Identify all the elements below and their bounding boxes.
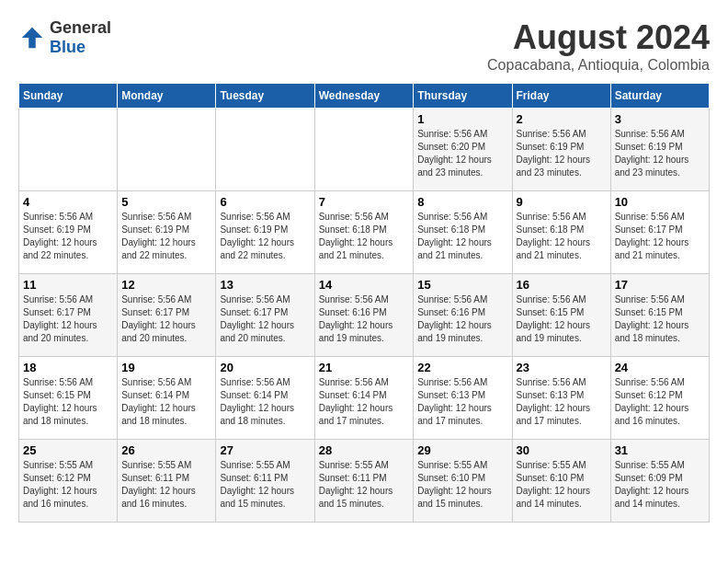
calendar-cell: 12Sunrise: 5:56 AM Sunset: 6:17 PM Dayli… [118,274,216,357]
day-info: Sunrise: 5:56 AM Sunset: 6:17 PM Dayligh… [220,293,310,345]
calendar-cell: 15Sunrise: 5:56 AM Sunset: 6:16 PM Dayli… [414,274,512,357]
day-header-tuesday: Tuesday [216,84,314,109]
calendar-cell: 16Sunrise: 5:56 AM Sunset: 6:15 PM Dayli… [512,274,610,357]
day-info: Sunrise: 5:56 AM Sunset: 6:17 PM Dayligh… [23,293,113,345]
logo-blue: Blue [50,38,85,56]
day-info: Sunrise: 5:55 AM Sunset: 6:11 PM Dayligh… [319,459,410,511]
day-number: 12 [121,278,211,292]
logo-icon [18,24,46,52]
day-number: 15 [417,278,507,292]
calendar-cell: 31Sunrise: 5:55 AM Sunset: 6:09 PM Dayli… [610,440,709,523]
day-info: Sunrise: 5:56 AM Sunset: 6:19 PM Dayligh… [615,128,705,179]
day-number: 9 [517,195,607,209]
calendar-cell [216,109,314,191]
calendar-cell [19,109,118,191]
calendar-body: 1Sunrise: 5:56 AM Sunset: 6:20 PM Daylig… [19,109,710,523]
day-info: Sunrise: 5:55 AM Sunset: 6:10 PM Dayligh… [517,459,607,511]
calendar-cell: 17Sunrise: 5:56 AM Sunset: 6:15 PM Dayli… [610,274,709,357]
calendar-cell: 25Sunrise: 5:55 AM Sunset: 6:12 PM Dayli… [19,440,118,523]
day-info: Sunrise: 5:56 AM Sunset: 6:17 PM Dayligh… [615,211,705,262]
day-info: Sunrise: 5:56 AM Sunset: 6:19 PM Dayligh… [220,211,310,262]
calendar-cell: 3Sunrise: 5:56 AM Sunset: 6:19 PM Daylig… [610,109,709,191]
day-number: 7 [319,195,410,209]
main-title: August 2024 [487,18,710,57]
day-number: 23 [517,361,607,374]
day-info: Sunrise: 5:55 AM Sunset: 6:09 PM Dayligh… [615,459,705,511]
week-row: 11Sunrise: 5:56 AM Sunset: 6:17 PM Dayli… [19,274,710,357]
day-number: 11 [23,278,113,292]
calendar-cell: 13Sunrise: 5:56 AM Sunset: 6:17 PM Dayli… [216,274,314,357]
day-number: 19 [121,361,211,374]
day-number: 5 [121,195,211,209]
day-info: Sunrise: 5:56 AM Sunset: 6:19 PM Dayligh… [121,211,211,262]
day-number: 17 [615,278,705,292]
calendar-cell: 11Sunrise: 5:56 AM Sunset: 6:17 PM Dayli… [19,274,118,357]
day-number: 6 [220,195,310,209]
day-number: 18 [23,361,113,374]
day-info: Sunrise: 5:55 AM Sunset: 6:12 PM Dayligh… [23,459,113,511]
day-info: Sunrise: 5:56 AM Sunset: 6:18 PM Dayligh… [417,211,507,262]
logo-general: General [50,18,111,37]
day-info: Sunrise: 5:56 AM Sunset: 6:13 PM Dayligh… [417,376,507,428]
day-info: Sunrise: 5:55 AM Sunset: 6:10 PM Dayligh… [417,459,507,511]
calendar-cell: 18Sunrise: 5:56 AM Sunset: 6:15 PM Dayli… [19,357,118,440]
day-number: 30 [517,443,607,457]
day-info: Sunrise: 5:56 AM Sunset: 6:16 PM Dayligh… [417,293,507,345]
day-info: Sunrise: 5:56 AM Sunset: 6:13 PM Dayligh… [517,376,607,428]
day-info: Sunrise: 5:56 AM Sunset: 6:19 PM Dayligh… [23,211,113,262]
week-row: 18Sunrise: 5:56 AM Sunset: 6:15 PM Dayli… [19,357,710,440]
day-header-monday: Monday [118,84,216,109]
week-row: 25Sunrise: 5:55 AM Sunset: 6:12 PM Dayli… [19,440,710,523]
calendar-cell [118,109,216,191]
day-info: Sunrise: 5:56 AM Sunset: 6:14 PM Dayligh… [319,376,410,428]
calendar-cell: 9Sunrise: 5:56 AM Sunset: 6:18 PM Daylig… [512,191,610,274]
day-number: 4 [23,195,113,209]
calendar-table: SundayMondayTuesdayWednesdayThursdayFrid… [18,83,710,523]
day-header-thursday: Thursday [414,84,512,109]
day-header-saturday: Saturday [610,84,709,109]
calendar-cell: 22Sunrise: 5:56 AM Sunset: 6:13 PM Dayli… [414,357,512,440]
week-row: 1Sunrise: 5:56 AM Sunset: 6:20 PM Daylig… [19,109,710,191]
calendar-cell: 29Sunrise: 5:55 AM Sunset: 6:10 PM Dayli… [414,440,512,523]
calendar-cell: 7Sunrise: 5:56 AM Sunset: 6:18 PM Daylig… [314,191,414,274]
calendar-cell: 8Sunrise: 5:56 AM Sunset: 6:18 PM Daylig… [414,191,512,274]
calendar-cell: 19Sunrise: 5:56 AM Sunset: 6:14 PM Dayli… [118,357,216,440]
day-info: Sunrise: 5:55 AM Sunset: 6:11 PM Dayligh… [220,459,310,511]
day-info: Sunrise: 5:56 AM Sunset: 6:18 PM Dayligh… [517,211,607,262]
day-number: 24 [615,361,705,374]
day-number: 20 [220,361,310,374]
day-header-friday: Friday [512,84,610,109]
calendar-cell: 21Sunrise: 5:56 AM Sunset: 6:14 PM Dayli… [314,357,414,440]
calendar-cell: 14Sunrise: 5:56 AM Sunset: 6:16 PM Dayli… [314,274,414,357]
calendar-cell: 1Sunrise: 5:56 AM Sunset: 6:20 PM Daylig… [414,109,512,191]
calendar-cell: 28Sunrise: 5:55 AM Sunset: 6:11 PM Dayli… [314,440,414,523]
title-block: August 2024 Copacabana, Antioquia, Colom… [487,18,710,74]
day-info: Sunrise: 5:56 AM Sunset: 6:20 PM Dayligh… [417,128,507,179]
day-info: Sunrise: 5:56 AM Sunset: 6:16 PM Dayligh… [319,293,410,345]
day-info: Sunrise: 5:56 AM Sunset: 6:14 PM Dayligh… [220,376,310,428]
calendar-cell: 27Sunrise: 5:55 AM Sunset: 6:11 PM Dayli… [216,440,314,523]
day-info: Sunrise: 5:56 AM Sunset: 6:12 PM Dayligh… [615,376,705,428]
calendar-header: SundayMondayTuesdayWednesdayThursdayFrid… [19,84,710,109]
day-info: Sunrise: 5:56 AM Sunset: 6:15 PM Dayligh… [615,293,705,345]
day-number: 1 [417,112,507,126]
day-header-sunday: Sunday [19,84,118,109]
day-number: 25 [23,443,113,457]
day-number: 26 [121,443,211,457]
day-info: Sunrise: 5:56 AM Sunset: 6:17 PM Dayligh… [121,293,211,345]
day-info: Sunrise: 5:56 AM Sunset: 6:15 PM Dayligh… [23,376,113,428]
day-info: Sunrise: 5:55 AM Sunset: 6:11 PM Dayligh… [121,459,211,511]
day-number: 27 [220,443,310,457]
day-number: 21 [319,361,410,374]
calendar-cell: 2Sunrise: 5:56 AM Sunset: 6:19 PM Daylig… [512,109,610,191]
calendar-cell: 5Sunrise: 5:56 AM Sunset: 6:19 PM Daylig… [118,191,216,274]
day-header-wednesday: Wednesday [314,84,414,109]
calendar-cell: 10Sunrise: 5:56 AM Sunset: 6:17 PM Dayli… [610,191,709,274]
day-number: 13 [220,278,310,292]
day-number: 8 [417,195,507,209]
calendar-cell: 23Sunrise: 5:56 AM Sunset: 6:13 PM Dayli… [512,357,610,440]
subtitle: Copacabana, Antioquia, Colombia [487,57,710,74]
day-info: Sunrise: 5:56 AM Sunset: 6:18 PM Dayligh… [319,211,410,262]
day-number: 2 [517,112,607,126]
day-number: 3 [615,112,705,126]
